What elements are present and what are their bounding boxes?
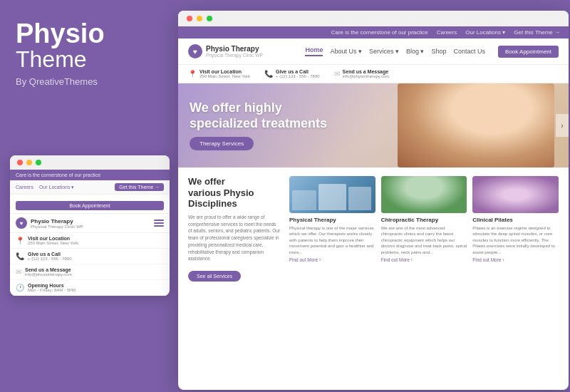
nav-links: Home About Us ▾ Services ▾ Blog ▾ Shop C… [305,46,559,58]
info-email-label: Send us a Message [343,69,390,74]
nav-brand: ♥ Physio Therapy Physical Therapy Clinic… [188,44,263,58]
mini-phone-label: Give us a Call [28,252,72,257]
mini-browser-bar [10,155,170,170]
content-left: We offer various Physio Disciplines We a… [188,176,281,282]
left-panel: Physio Theme By QreativeThemes Care is t… [0,0,177,392]
card-ct-image [381,176,467,213]
mini-info-hours: 🕐 Opening Hours Mon - Friday: 8AM - 5PM [10,280,170,296]
card-pt-link[interactable]: Find out More › [289,257,375,262]
mini-brand-row: ♥ Physio Therapy Physical Therapy Clinic… [10,214,170,233]
nav-link-about[interactable]: About Us ▾ [330,48,362,55]
nav-brand-name: Physio Therapy [206,45,263,53]
card-cp-link[interactable]: Find out More › [472,257,559,262]
hero-title-line1: We offer highly [190,100,282,115]
info-email-val: info@physiotherapy.com [343,74,390,78]
email-icon: ✉ [16,268,21,276]
info-phone: 📞 Give us a Call + (12) 123 - 556 - 7890 [264,69,320,78]
hero-title: We offer highly specialized treatments [190,100,327,131]
mini-brand-sub: Physical Therapy Clinic WP [31,225,83,229]
brand-subtitle: Theme [16,47,162,72]
mini-nav-careers[interactable]: Careers [16,185,33,190]
hero-image [398,83,554,167]
menu-line-1 [154,220,164,221]
main-dot-green [207,16,212,21]
nav-link-services[interactable]: Services ▾ [369,48,399,55]
info-location-val: 250 Main Street, New York [200,74,250,78]
content-section: We offer various Physio Disciplines We a… [178,167,569,290]
info-phone-val: + (12) 123 - 556 - 7890 [276,74,320,78]
mini-brand-name: Physio Therapy [31,218,83,225]
main-topbar: Care is the cornerstone of our practice … [178,26,569,38]
phone-icon: 📞 [16,252,24,260]
content-body: We are proud to offer a wide range of co… [188,214,281,262]
content-title: We offer various Physio Disciplines [188,176,281,210]
card-physical-therapy: Physical Therapy Physical therapy is one… [289,176,375,282]
nav-brand-icon: ♥ [188,44,202,58]
brand-title: Physio [16,20,162,47]
mini-info-email: ✉ Send us a Message info@physiotherapy.c… [10,264,170,280]
main-browser-bar [178,11,569,26]
mini-email-label: Send us a Message [25,267,72,272]
card-ct-text: We are one of the most advanced chiropra… [381,225,467,255]
hero-next-arrow[interactable]: › [556,114,569,137]
info-email-icon: ✉ [334,70,340,78]
location-icon: 📍 [16,237,24,244]
mini-phone-val: + (12) 123 - 556 - 7890 [28,257,72,261]
nav-link-shop[interactable]: Shop [432,48,447,55]
mini-nav: Careers Our Locations ▾ Get this Theme → [10,180,170,195]
nav-book-appointment-btn[interactable]: Book Appointment [498,46,559,58]
card-cp-text: Pilates is an exercise regime designed t… [472,225,559,255]
card-ct-title: Chiropractic Therapy [381,217,467,223]
mini-menu-icon[interactable] [154,220,164,227]
mini-nav-locations[interactable]: Our Locations ▾ [39,185,75,190]
mini-book-appointment-btn[interactable]: Book Appointment [16,201,164,210]
card-pt-text: Physical therapy is one of the major ser… [289,225,375,255]
hero-title-line2: specialized treatments [190,116,327,130]
mini-location-val: 250 Main Street, New York [28,241,78,245]
info-email: ✉ Send us a Message info@physiotherapy.c… [334,69,390,78]
card-cp-image [472,176,559,213]
mini-hours-val: Mon - Friday: 8AM - 5PM [28,288,76,292]
info-location: 📍 Visit our Location 250 Main Street, Ne… [188,69,250,78]
info-phone-icon: 📞 [264,70,273,78]
mini-browser: Care is the cornerstone of our practice … [10,155,170,296]
card-chiropractic: Chiropractic Therapy We are one of the m… [381,176,467,282]
mini-info-location: 📍 Visit our Location 250 Main Street, Ne… [10,233,170,249]
content-title-line1: We offer [188,176,225,187]
clock-icon: 🕐 [16,284,24,292]
card-pt-title: Physical Therapy [289,217,375,223]
cards-row: Physical Therapy Physical therapy is one… [289,176,559,282]
mini-email-val: info@physiotherapy.com [25,272,72,277]
main-dot-yellow [197,16,202,21]
info-location-label: Visit our Location [200,69,250,74]
info-bar: 📍 Visit our Location 250 Main Street, Ne… [178,65,569,83]
mini-get-theme-btn[interactable]: Get this Theme → [115,183,164,191]
topbar-locations[interactable]: Our Locations ▾ [465,29,505,36]
card-pilates: Clinical Pilates Pilates is an exercise … [472,176,559,282]
content-title-line3: Disciplines [188,198,237,209]
nav-link-home[interactable]: Home [305,46,323,56]
dot-red [17,160,23,165]
mini-topbar: Care is the cornerstone of our practice [10,170,170,180]
mini-brand-icon: ♥ [16,217,27,229]
mini-location-label: Visit our Location [28,236,78,241]
see-services-btn[interactable]: See all Services [188,271,241,282]
main-browser: Care is the cornerstone of our practice … [178,11,569,390]
content-title-line2: various Physio [188,187,254,198]
hero-cta-btn[interactable]: Therapy Services [190,137,254,150]
nav-link-blog[interactable]: Blog ▾ [406,48,425,55]
dot-green [36,160,41,165]
topbar-careers[interactable]: Careers [437,29,457,36]
topbar-get-theme[interactable]: Get this Theme → [514,29,560,36]
nav-brand-sub: Physical Therapy Clinic WP [206,53,263,58]
nav-link-contact[interactable]: Contact Us [454,48,486,55]
main-dot-red [187,16,192,21]
hero-content: We offer highly specialized treatments T… [178,100,338,150]
brand-by: By QreativeThemes [16,76,162,87]
menu-line-2 [154,222,164,224]
info-phone-label: Give us a Call [276,69,320,74]
hero-person [398,83,554,167]
info-location-icon: 📍 [188,70,197,78]
card-ct-link[interactable]: Find out More › [381,257,467,262]
card-cp-title: Clinical Pilates [472,217,559,223]
